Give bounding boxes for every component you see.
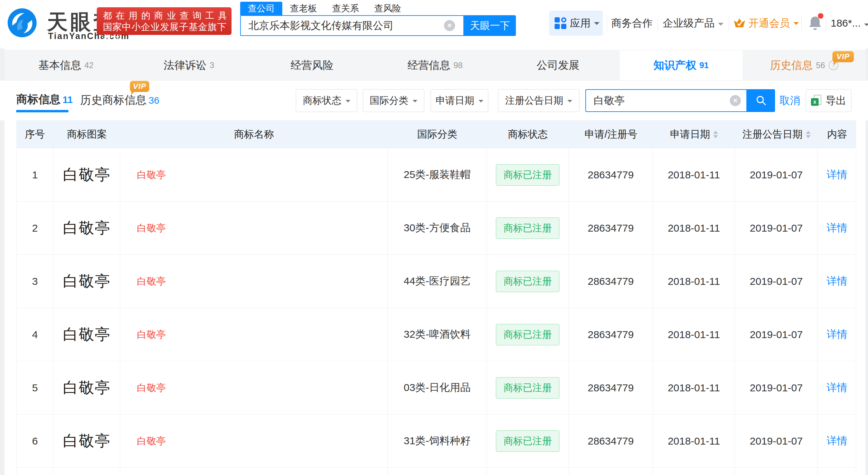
active-subtab-underline bbox=[16, 110, 68, 112]
nav-vip-join[interactable]: 开通会员 bbox=[733, 11, 799, 36]
tab-label: 法律诉讼 bbox=[164, 58, 207, 73]
tab-label: 公司发展 bbox=[537, 58, 579, 73]
nav-enterprise[interactable]: 企业级产品 bbox=[663, 11, 724, 36]
search-tab-boss[interactable]: 查老板 bbox=[282, 2, 324, 15]
col-header-pub-date[interactable]: 注册公告日期 bbox=[735, 120, 818, 148]
sort-icon[interactable] bbox=[713, 131, 718, 138]
sort-icon[interactable] bbox=[806, 131, 811, 138]
export-button[interactable]: x 导出 bbox=[806, 89, 851, 112]
cell-pub-date: 2019-01-07 bbox=[735, 415, 818, 467]
detail-link[interactable]: 详情 bbox=[827, 221, 847, 235]
slogan-line1: 都在用的商业查询工具 bbox=[103, 10, 232, 21]
trademark-search-button[interactable] bbox=[747, 89, 775, 112]
tab-history-info[interactable]: VIP 历史信息56 ? bbox=[743, 50, 866, 80]
nav-divider bbox=[658, 16, 658, 31]
status-badge: 商标已注册 bbox=[496, 430, 559, 452]
chevron-down-icon bbox=[594, 22, 600, 28]
cell-index: 5 bbox=[16, 361, 54, 414]
cell-intl-class: 44类-医疗园艺 bbox=[388, 255, 487, 308]
nav-user-account[interactable]: 186*... bbox=[831, 11, 868, 36]
search-tab-company[interactable]: 查公司 bbox=[240, 2, 282, 15]
col-header-mark-name: 商标名称 bbox=[120, 120, 388, 148]
cell-reg-no: 28634779 bbox=[569, 415, 653, 467]
filter-reg-pub-date[interactable]: 注册公告日期 bbox=[498, 89, 579, 112]
tab-company-development[interactable]: 公司发展 bbox=[497, 50, 620, 80]
table-body: 1 白敬亭 白敬亭 25类-服装鞋帽 商标已注册 28634779 2018-0… bbox=[16, 148, 856, 468]
cell-mark-image: 白敬亭 bbox=[54, 255, 120, 308]
nav-divider bbox=[607, 16, 607, 31]
status-badge: 商标已注册 bbox=[496, 217, 559, 239]
page: 天眼查 TianYanCha.com 都在用的商业查询工具 国家中小企业发展子基… bbox=[0, 0, 868, 475]
cell-content: 详情 bbox=[818, 361, 856, 414]
tianyan-search-button[interactable]: 天眼一下 bbox=[464, 15, 516, 36]
tab-operation-info[interactable]: 经营信息98 bbox=[374, 50, 497, 80]
trademark-image: 白敬亭 bbox=[63, 324, 111, 345]
cell-reg-no: 28634779 bbox=[569, 308, 653, 361]
detail-link[interactable]: 详情 bbox=[827, 168, 847, 182]
cell-pub-date: 2019-01-07 bbox=[735, 202, 818, 254]
cell-reg-no: 28634779 bbox=[569, 255, 653, 308]
filter-intl-class[interactable]: 国际分类 bbox=[363, 89, 424, 112]
cell-status: 商标已注册 bbox=[487, 415, 569, 467]
subtab-trademark-info[interactable]: 商标信息11 bbox=[16, 92, 73, 107]
subtab-history-trademark[interactable]: VIP 历史商标信息36 bbox=[80, 93, 159, 108]
chevron-down-icon bbox=[479, 100, 483, 105]
company-search-input[interactable]: 北京乐本影视文化传媒有限公司 × bbox=[240, 15, 464, 36]
col-header-label: 申请日期 bbox=[670, 128, 710, 141]
clear-search-icon[interactable]: × bbox=[730, 95, 741, 106]
tab-label: 历史信息 bbox=[770, 58, 813, 73]
filter-label: 申请日期 bbox=[436, 94, 474, 107]
cell-index: 6 bbox=[16, 415, 54, 467]
tab-label: 知识产权 bbox=[653, 58, 696, 73]
cell-apply-date: 2018-01-11 bbox=[653, 148, 735, 201]
cell-mark-image: 白敬亭 bbox=[54, 415, 120, 467]
cell-pub-date: 2019-01-07 bbox=[735, 255, 818, 308]
table-row: 4 白敬亭 白敬亭 32类-啤酒饮料 商标已注册 28634779 2018-0… bbox=[16, 308, 856, 361]
nav-biz-coop[interactable]: 商务合作 bbox=[611, 11, 653, 36]
notification-bell[interactable] bbox=[808, 15, 822, 31]
apps-menu[interactable]: 应用 bbox=[549, 11, 603, 36]
filter-trademark-status[interactable]: 商标状态 bbox=[296, 89, 357, 112]
tab-basic-info[interactable]: 基本信息42 bbox=[4, 50, 128, 80]
col-header-index: 序号 bbox=[16, 120, 54, 148]
tab-label: 基本信息 bbox=[38, 58, 81, 73]
detail-link[interactable]: 详情 bbox=[827, 381, 847, 395]
col-header-apply-date[interactable]: 申请日期 bbox=[653, 120, 735, 148]
trademark-search-input[interactable]: 白敬亭 × bbox=[585, 89, 747, 112]
chevron-down-icon bbox=[864, 24, 868, 28]
cell-mark-image: 白敬亭 bbox=[54, 148, 120, 201]
cell-index: 4 bbox=[16, 308, 54, 361]
tab-count: 91 bbox=[699, 60, 709, 70]
cell-status: 商标已注册 bbox=[487, 148, 569, 201]
cell-intl-class: 03类-日化用品 bbox=[388, 361, 487, 414]
tianyancha-logo-icon[interactable] bbox=[8, 8, 37, 37]
export-label: 导出 bbox=[825, 94, 846, 108]
cell-mark-image: 白敬亭 bbox=[54, 202, 120, 254]
cell-content: 详情 bbox=[818, 415, 856, 467]
subtab-label: 商标信息 bbox=[16, 93, 60, 105]
detail-link[interactable]: 详情 bbox=[827, 327, 847, 342]
cell-intl-class: 25类-服装鞋帽 bbox=[388, 148, 487, 201]
detail-link[interactable]: 详情 bbox=[827, 274, 847, 288]
cell-index: 1 bbox=[16, 148, 54, 201]
nav-vip-label: 开通会员 bbox=[748, 11, 790, 36]
search-tab-risk[interactable]: 查风险 bbox=[367, 2, 409, 15]
chevron-down-icon bbox=[718, 23, 724, 28]
search-tab-relation[interactable]: 查关系 bbox=[324, 2, 367, 15]
apps-grid-icon bbox=[555, 17, 566, 29]
tab-intellectual-property[interactable]: 知识产权91 bbox=[620, 50, 743, 80]
filter-apply-date[interactable]: 申请日期 bbox=[431, 89, 488, 112]
tab-operation-risk[interactable]: 经营风险 bbox=[251, 50, 374, 80]
cell-pub-date: 2019-01-07 bbox=[735, 308, 818, 361]
nav-divider bbox=[826, 16, 826, 31]
user-phone-label: 186*... bbox=[831, 17, 861, 29]
tab-legal[interactable]: 法律诉讼3 bbox=[128, 50, 251, 80]
clear-search-icon[interactable]: × bbox=[444, 20, 455, 31]
cell-apply-date: 2018-01-11 bbox=[653, 255, 735, 308]
cancel-button[interactable]: 取消 bbox=[780, 89, 800, 112]
col-header-mark-image: 商标图案 bbox=[54, 120, 120, 148]
table-row: 2 白敬亭 白敬亭 30类-方便食品 商标已注册 28634779 2018-0… bbox=[16, 202, 856, 255]
col-header-label: 注册公告日期 bbox=[743, 128, 803, 141]
detail-link[interactable]: 详情 bbox=[827, 434, 847, 448]
cell-mark-image: 白敬亭 bbox=[54, 308, 120, 361]
